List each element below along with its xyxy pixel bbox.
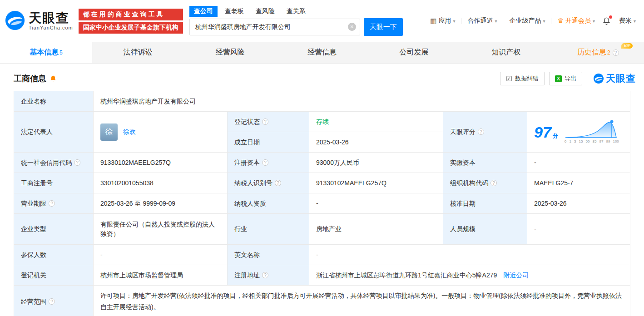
field-value-paid-capital: - [527,153,630,173]
edit-icon [506,75,512,82]
field-label-reg-number: 工商注册号 [14,173,94,193]
nav-cooperation-label: 合作通道 [467,17,493,25]
field-value-english-name: - [309,245,630,265]
search-area: 查公司 查老板 查风险 查关系 × 天眼一下 [189,6,403,36]
field-value-company-type: 有限责任公司（自然人投资或控股的法人独资） [94,214,228,245]
field-label-taxpayer-quality: 纳税人资质 [228,193,309,214]
field-value-insured-count: - [94,245,228,265]
search-tab-relation[interactable]: 查关系 [282,6,310,17]
search-tab-boss[interactable]: 查老板 [220,6,248,17]
legal-rep-link[interactable]: 徐欢 [123,127,136,137]
search-tab-risk[interactable]: 查风险 [251,6,279,17]
data-correction-button[interactable]: 数据纠错 [500,72,545,85]
field-value-establish-date: 2025-03-26 [309,132,443,153]
nav-apps[interactable]: ▦ 应用 ▾ [430,17,455,25]
tab-history-info[interactable]: VIP 历史信息 2 ? [552,42,644,63]
field-label-score: 天眼评分? [443,112,527,153]
field-label-industry: 行业 [228,214,309,245]
tab-company-development[interactable]: 公司发展 [368,42,460,63]
watermark-text: 天眼查 [606,72,636,85]
field-value-reg-number: 330102001055038 [94,173,228,193]
score-axis: 0131550859799100 [565,139,619,144]
export-label: 导出 [565,74,576,83]
field-label-approval-date: 核准日期 [443,193,527,214]
help-icon[interactable]: ? [49,298,55,305]
score-unit: 分 [553,133,558,139]
export-button[interactable]: X 导出 [549,72,582,85]
tab-basic-info-count: 5 [59,49,63,56]
tab-intellectual-property[interactable]: 知识产权 [460,42,552,63]
field-label-insured-count: 参保人数 [14,245,94,265]
tab-history-info-count: 2 [607,49,610,56]
top-header: 天眼查 TianYanCha.com 都在用的商业查询工具 国家中小企业发展子基… [0,0,644,42]
logo-swoosh-icon [5,10,25,32]
tab-legal-litigation[interactable]: 法律诉讼 [92,42,184,63]
field-value-reg-capital: 93000万人民币 [309,153,443,173]
clear-search-icon[interactable]: × [348,23,356,31]
promo-banner: 都在用的商业查询工具 国家中小企业发展子基金旗下机构 [79,9,183,34]
nav-cooperation[interactable]: 合作通道 ▾ [467,17,497,25]
help-icon[interactable]: ? [74,159,80,166]
business-info-header: 工商信息 数据纠错 X 导出 天眼查 [0,64,644,91]
tab-basic-info-label: 基本信息 [30,48,59,57]
field-value-credit-code: 91330102MAEELG257Q [94,153,228,173]
help-icon[interactable]: ? [490,180,497,186]
nav-divider [503,18,503,24]
field-value-legal-rep: 徐 徐欢 [94,112,228,153]
notification-bell-icon[interactable] [602,17,611,25]
search-tab-company[interactable]: 查公司 [189,6,218,17]
field-value-reg-authority: 杭州市上城区市场监督管理局 [94,265,228,286]
nav-enterprise-label: 企业级产品 [509,17,541,25]
business-info-table: 企业名称 杭州华润盛琪房地产开发有限公司 法定代表人 徐 徐欢 登记状态? 存续… [14,91,630,316]
tab-basic-info[interactable]: 基本信息 5 [0,42,92,63]
help-icon[interactable]: ? [613,49,619,56]
field-label-legal-rep: 法定代表人 [14,112,94,153]
tab-company-development-label: 公司发展 [400,48,429,57]
tab-history-info-label: 历史信息 [577,48,606,57]
field-value-approval-date: 2025-03-26 [527,193,630,214]
nav-divider [461,18,461,24]
tab-operation-risk-label: 经营风险 [215,48,244,57]
crown-icon: ♛ [557,17,563,25]
nav-user-menu[interactable]: 费米 ▾ [619,17,636,25]
search-type-tabs: 查公司 查老板 查风险 查关系 [189,6,403,17]
score-number: 97 [534,123,551,141]
tab-operation-info[interactable]: 经营信息 [276,42,368,63]
nearby-companies-link[interactable]: 附近公司 [503,272,529,279]
field-value-reg-address: 浙江省杭州市上城区彭埠街道九环路1号红嘉汇商业中心5幢A279 附近公司 [309,265,630,286]
apps-grid-icon: ▦ [430,17,436,25]
nav-enterprise-products[interactable]: 企业级产品 ▾ [509,17,545,25]
field-label-company-name: 企业名称 [14,91,94,112]
search-button[interactable]: 天眼一下 [364,18,403,36]
help-icon[interactable]: ? [275,180,281,186]
help-icon[interactable]: ? [262,272,268,278]
help-icon[interactable]: ? [262,118,268,125]
field-value-business-term: 2025-03-26 至 9999-09-09 [94,193,228,214]
tab-operation-risk[interactable]: 经营风险 [184,42,276,63]
search-input[interactable] [189,19,360,35]
field-label-reg-address: 注册地址? [228,265,309,286]
promo-line-1: 都在用的商业查询工具 [79,9,183,20]
tianyancha-logo[interactable]: 天眼查 TianYanCha.com [5,10,73,32]
watermark-logo: 天眼查 [593,72,636,85]
data-correction-label: 数据纠错 [515,74,539,83]
help-icon[interactable]: ? [262,159,268,166]
score-chart: 0131550859799100 [565,119,619,144]
field-value-org-code: MAEELG25-7 [527,173,630,193]
help-icon[interactable]: ? [49,200,55,207]
help-icon[interactable]: ? [478,128,484,135]
field-value-taxpayer-id: 91330102MAEELG257Q [309,173,443,193]
field-label-establish-date: 成立日期 [228,132,309,153]
field-label-reg-capital: 注册资本? [228,153,309,173]
field-value-business-scope: 许可项目：房地产开发经营(依法须经批准的项目，经相关部门批准后方可开展经营活动，… [94,286,630,316]
top-nav: ▦ 应用 ▾ 合作通道 ▾ 企业级产品 ▾ ♛ 开通会员 ▾ 费米 ▾ [430,17,636,25]
nav-open-vip[interactable]: ♛ 开通会员 ▾ [557,17,594,25]
chevron-down-icon: ▾ [453,19,455,24]
excel-icon: X [555,75,562,82]
subscribe-bell-icon[interactable] [50,75,57,82]
field-label-paid-capital: 实缴资本 [443,153,527,173]
field-label-taxpayer-id: 纳税人识别号? [228,173,309,193]
field-value-score: 97分 0131550859799100 [527,112,630,153]
tab-intellectual-property-label: 知识产权 [491,48,520,57]
chevron-down-icon: ▾ [495,19,497,24]
